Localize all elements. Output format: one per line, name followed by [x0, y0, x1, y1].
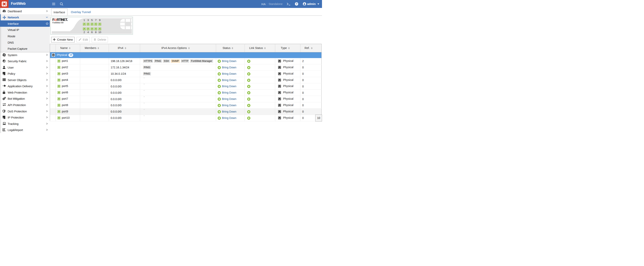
svg-text:?: ? [296, 2, 297, 5]
